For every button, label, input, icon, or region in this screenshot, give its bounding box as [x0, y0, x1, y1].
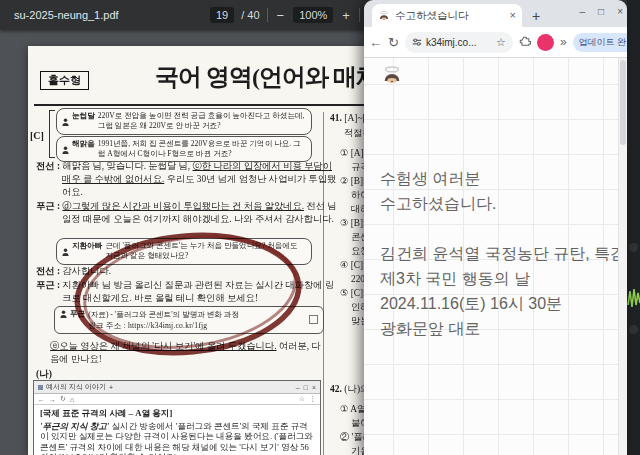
- blog-refresh-icon: ↻: [60, 395, 66, 403]
- question-number: 42.: [330, 384, 342, 394]
- link-title: (자료) - '플러그와 콘센트'의 발명과 변화 과정: [88, 310, 239, 319]
- section-c-bracket: [49, 110, 50, 158]
- chat-text: 1991년쯤, 저희 집 콘센트를 220V용으로 바꾼 기억이 나요. 그럼 …: [98, 139, 306, 160]
- webpage-line: 수고하셨습니다.: [380, 191, 496, 216]
- blog-forward-icon: →: [49, 396, 56, 403]
- update-chip-label: 업데이트 완료: [579, 36, 627, 49]
- page-number-input[interactable]: 19: [210, 7, 234, 23]
- background-window: [627, 0, 640, 455]
- dialog-text: 감사합니다.: [60, 266, 111, 276]
- close-window-button[interactable]: ×: [617, 6, 623, 17]
- person-icon: [62, 242, 69, 260]
- webpage-line: 광화문앞 대로: [380, 316, 627, 341]
- zoom-in-button[interactable]: +: [340, 9, 352, 22]
- speaker-name: 푸근 :: [36, 280, 60, 290]
- webpage-line: 김건희 윤석열 국정농단 규탄, 특검 촉구: [380, 241, 627, 266]
- webpage-scrollbar[interactable]: [618, 58, 627, 455]
- background-icon: [629, 325, 638, 334]
- background-icon: [629, 243, 638, 252]
- tab-favicon-icon: [378, 7, 390, 25]
- shared-link-box: 푸근 (자료) - '플러그와 콘센트'의 발명과 변화 과정 링크 주소 : …: [54, 306, 324, 334]
- dialog-text: 지환아빠 님 방금 올리신 질문과 관련된 자료는 실시간 대화창에 링크로 대…: [60, 280, 334, 303]
- link-url: 링크 주소 : https://k34imj.co.kr/1fjg: [88, 321, 207, 330]
- webpage-line: 2024.11.16(토) 16시 30분: [380, 291, 627, 316]
- underlined-text-d: ⓓ그렇게 많은 시간과 비용이 투입됐다는 건 처음 알았네요.: [62, 201, 304, 211]
- webpage-content: 수험생 여러분 수고하셨습니다. 김건희 윤석열 국정농단 규탄, 특검 촉구 …: [364, 58, 627, 455]
- webpage-text-block: 김건희 윤석열 국정농단 규탄, 특검 촉구 제3차 국민 행동의 날 2024…: [380, 241, 627, 341]
- chat-message: 눈썹달 220V로 전압을 높이면 전력 공급 효율이 높아진다고 하셨는데, …: [56, 108, 312, 135]
- blog-window-mockup: 예서의 지식 이야기 + – □ × ← → ↻ ⌂ ☆ ⋮: [33, 380, 321, 455]
- minimize-button[interactable]: –: [580, 6, 586, 17]
- chat-text: 220V로 전압을 높이면 전력 공급 효율이 높아진다고 하셨는데, 그럼 일…: [98, 111, 306, 132]
- exam-type-badge: 홀수형: [40, 71, 89, 90]
- browser-window: 수고하셨습니다 × + – □ × ← ↻ k34imj.co... ☆: [364, 0, 627, 455]
- chat-nickname: 푸근: [70, 309, 85, 319]
- blog-minimize-icon: –: [296, 384, 300, 391]
- new-tab-button[interactable]: +: [532, 9, 540, 23]
- address-bar[interactable]: k34imj.co... ☆: [405, 32, 513, 53]
- zoom-level-input[interactable]: 100%: [293, 7, 333, 23]
- chat-group: 지환아빠 근데 '플러그와 콘센트'는 누가 처음 만들었나요? 처음에도 지금…: [56, 238, 312, 265]
- chat-nickname: 지환아빠: [72, 241, 102, 251]
- screen: su-2025-neung_1.pdf 19 / 40 − 100% + 홀수형…: [0, 0, 640, 455]
- update-chip[interactable]: 업데이트 완료 ⋮: [573, 33, 627, 52]
- zoom-out-button[interactable]: −: [275, 9, 287, 22]
- speaker-name: 전선 :: [36, 161, 60, 171]
- waveform-icon: [627, 283, 640, 313]
- chat-nickname: 해맑음: [72, 139, 95, 149]
- blog-star-icon: ☆: [299, 395, 305, 403]
- tab-close-icon[interactable]: ×: [510, 10, 516, 21]
- toolbar-divider: [267, 8, 268, 22]
- refresh-button[interactable]: ↻: [388, 36, 399, 49]
- blog-tab-plus: +: [109, 384, 113, 391]
- blog-close-icon: ×: [312, 384, 316, 391]
- speaker-name: 푸근 :: [36, 201, 60, 211]
- browser-tab[interactable]: 수고하셨습니다 ×: [372, 4, 522, 27]
- bookmark-star-icon[interactable]: ☆: [496, 36, 506, 49]
- person-icon: [62, 112, 69, 130]
- toolbar-divider: [359, 8, 360, 22]
- blog-window-navbar: ← → ↻ ⌂ ☆ ⋮: [34, 394, 320, 405]
- maximize-button[interactable]: □: [598, 6, 604, 17]
- blog-window-icon: [38, 385, 43, 390]
- chat-nickname: 눈썹달: [72, 111, 95, 121]
- webpage-text-block: 수험생 여러분 수고하셨습니다.: [380, 166, 496, 216]
- tab-strip: 수고하셨습니다 × + – □ ×: [364, 0, 627, 27]
- blog-maximize-icon: □: [304, 384, 308, 391]
- blog-window-title: 예서의 지식 이야기: [46, 382, 106, 392]
- pdf-filename: su-2025-neung_1.pdf: [14, 9, 119, 21]
- overflow-chevrons-icon[interactable]: »: [560, 35, 567, 49]
- blog-heading: [국제 표준 규격의 사례 – A열 용지]: [40, 408, 314, 419]
- webpage-line: 수험생 여러분: [380, 166, 496, 191]
- chat-text: 근데 '플러그와 콘센트'는 누가 처음 만들었나요? 처음에도 지금과 같은 …: [105, 241, 306, 262]
- person-icon: [62, 140, 69, 158]
- section-c-label: [C]: [30, 130, 44, 141]
- browser-toolbar: ← ↻ k34imj.co... ☆ » 업데이트 완료 ⋮: [364, 27, 627, 58]
- blog-window-titlebar: 예서의 지식 이야기 + – □ ×: [34, 381, 320, 394]
- speaker-name: 전선 :: [36, 266, 60, 276]
- dialog-outro: ⓔ오늘 영상은 제 채널의 '다시 보기'에 올려 두겠습니다. 여러분, 다음…: [36, 340, 328, 366]
- profile-avatar[interactable]: [537, 34, 554, 51]
- dialog-jeonsun-2: 전선 : 감사합니다.: [36, 265, 340, 278]
- url-text: k34imj.co...: [426, 37, 477, 48]
- link-expand-icon: [309, 315, 318, 324]
- webpage-line: 제3차 국민 행동의 날: [380, 266, 627, 291]
- underlined-text-e: ⓔ오늘 영상은 제 채널의 '다시 보기'에 올려 두겠습니다.: [50, 341, 276, 351]
- tab-title: 수고하셨습니다: [395, 9, 505, 23]
- site-settings-icon[interactable]: [412, 33, 422, 51]
- page-total-label: / 40: [241, 9, 259, 21]
- blog-menu-icon: ⋮: [309, 395, 316, 403]
- scrollbar-thumb[interactable]: [620, 60, 626, 145]
- extensions-icon[interactable]: [519, 33, 531, 51]
- blog-back-icon: ←: [38, 396, 45, 403]
- exam-title: 국어 영역(언어와 매체): [155, 61, 386, 93]
- person-icon: [60, 310, 67, 320]
- chat-group: 눈썹달 220V로 전압을 높이면 전력 공급 효율이 높아진다고 하셨는데, …: [56, 108, 312, 162]
- chat-message: 지환아빠 근데 '플러그와 콘센트'는 누가 처음 만들었나요? 처음에도 지금…: [56, 238, 312, 265]
- chat-message: 해맑음 1991년쯤, 저희 집 콘센트를 220V용으로 바꾼 기억이 나요.…: [56, 136, 312, 163]
- question-number: 41.: [330, 113, 342, 123]
- blog-home-icon: ⌂: [70, 396, 74, 403]
- dialog-pugeun-1: 푸근 : ⓓ그렇게 많은 시간과 비용이 투입됐다는 건 처음 알았네요. 전선…: [36, 200, 340, 226]
- dialog-pugeun-2: 푸근 : 지환아빠 님 방금 올리신 질문과 관련된 자료는 실시간 대화창에 …: [36, 279, 340, 305]
- back-button[interactable]: ←: [369, 36, 382, 49]
